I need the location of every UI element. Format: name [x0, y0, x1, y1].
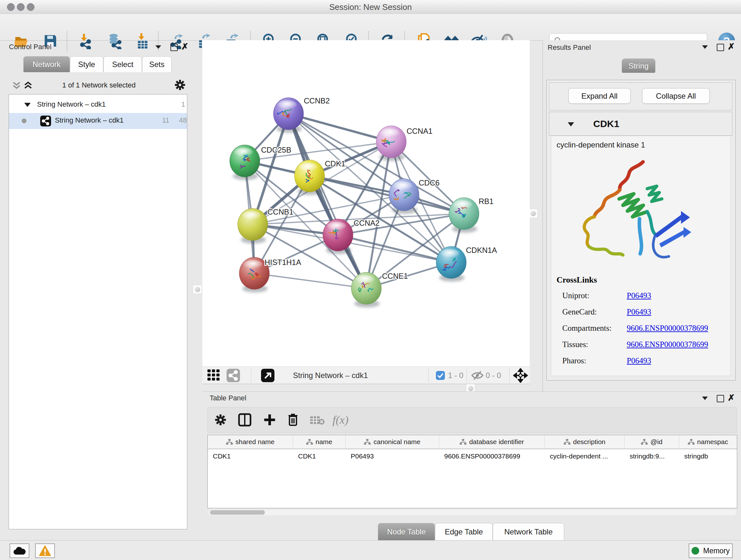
panel-close-icon[interactable]: ✗: [181, 44, 189, 50]
delete-column-trash-icon[interactable]: [286, 413, 299, 427]
warnings-button[interactable]: [35, 543, 55, 558]
graph-node-CDC25B[interactable]: [230, 145, 260, 180]
tab-sets[interactable]: Sets: [142, 56, 172, 72]
tab-network-table[interactable]: Network Table: [493, 523, 564, 540]
node-label-CCNA1: CCNA1: [407, 127, 432, 135]
column-header[interactable]: canonical name: [346, 435, 439, 449]
expand-all-button[interactable]: Expand All: [568, 88, 630, 104]
tab-select[interactable]: Select: [104, 56, 142, 72]
left-splitter-grip[interactable]: [193, 285, 202, 294]
select-columns-icon[interactable]: [238, 413, 252, 427]
collapse-all-icon[interactable]: [11, 80, 22, 91]
network-row[interactable]: String Network – cdk1 11 48: [9, 113, 187, 129]
column-header[interactable]: shared name: [208, 435, 293, 449]
graph-node-RB1[interactable]: [449, 198, 479, 233]
function-builder-icon[interactable]: f(x): [333, 413, 348, 427]
status-bar: [0, 540, 741, 560]
network-canvas[interactable]: CCNB2CCNA1CDC25BCDK1CDC6RB1CCNB1CCNA2CDK…: [202, 40, 530, 367]
tab-edge-table[interactable]: Edge Table: [435, 523, 493, 540]
footer-separator: [428, 368, 428, 382]
table-hscrollbar-thumb[interactable]: [210, 510, 265, 515]
protein-structure-image: [571, 158, 699, 273]
node-label-CCNA2: CCNA2: [354, 219, 380, 227]
graph-node-CDC6[interactable]: [389, 179, 419, 214]
tree-expander-icon[interactable]: [24, 103, 30, 107]
crosslink-uniprot-link[interactable]: P06493: [627, 291, 651, 300]
birds-eye-view-icon[interactable]: [207, 369, 221, 381]
table-hscrollbar[interactable]: [208, 509, 736, 515]
expand-all-icon[interactable]: [23, 80, 33, 91]
network-share-icon[interactable]: [226, 369, 240, 382]
collection-count: 1: [181, 100, 185, 109]
results-panel-title: Results Panel: [548, 44, 591, 52]
crosslink-tissues-link[interactable]: 9606.ENSP00000378699: [627, 340, 708, 349]
tab-network[interactable]: Network: [23, 56, 70, 72]
control-panel-title: Control Panel: [9, 43, 51, 51]
panel-float-icon[interactable]: [171, 44, 178, 51]
graph-node-CDKN1A[interactable]: [436, 246, 466, 282]
fit-content-crosshair-icon[interactable]: [513, 368, 528, 383]
panel-menu-icon[interactable]: [702, 45, 708, 49]
network-view-toolbar: String Network – cdk1 1 - 0 0 - 0: [202, 367, 530, 384]
selected-count: 1 - 0: [448, 367, 463, 384]
crosslink-label: Uniprot:: [562, 291, 590, 300]
right-splitter-grip[interactable]: [529, 209, 538, 218]
column-type-icon: [688, 439, 695, 445]
tab-string[interactable]: String: [622, 58, 656, 73]
section-expander-icon[interactable]: [568, 122, 574, 126]
network-collection-row[interactable]: String Network – cdk1 1: [9, 97, 187, 113]
table-row[interactable]: CDK1 CDK1 P06493 9606.ENSP00000378699 cy…: [208, 449, 737, 463]
tab-node-table[interactable]: Node Table: [378, 523, 435, 540]
panel-float-icon[interactable]: [717, 395, 724, 402]
node-label-CCNB2: CCNB2: [304, 97, 330, 105]
hidden-eye-slash-icon[interactable]: [471, 371, 484, 380]
tab-style[interactable]: Style: [70, 56, 104, 72]
column-type-icon: [226, 439, 233, 445]
crosslink-genecard-link[interactable]: P06493: [627, 307, 651, 316]
column-header[interactable]: @id: [624, 435, 679, 449]
network-status-dot: [22, 118, 26, 123]
column-header[interactable]: database identifier: [439, 435, 545, 449]
memory-label: Memory: [703, 547, 730, 555]
panel-close-icon[interactable]: ✗: [728, 395, 735, 401]
panel-menu-icon[interactable]: [702, 396, 708, 400]
network-label: String Network – cdk1: [55, 116, 124, 125]
open-in-window-icon[interactable]: [261, 369, 274, 382]
delete-table-icon[interactable]: [310, 416, 325, 425]
crosslink-label: Pharos:: [562, 356, 586, 365]
column-header[interactable]: description: [545, 435, 624, 449]
crosslink-compartments-link[interactable]: 9606.ENSP00000378699: [627, 324, 708, 333]
cloud-button[interactable]: [10, 543, 29, 558]
gene-section-header[interactable]: CDK1: [549, 112, 732, 136]
panel-menu-icon[interactable]: [155, 45, 161, 49]
node-label-CDC25B: CDC25B: [261, 145, 291, 154]
memory-button[interactable]: Memory: [689, 543, 733, 558]
graph-node-CCNA1[interactable]: [376, 126, 406, 161]
node-label-HIST1H1A: HIST1H1A: [265, 258, 301, 266]
gene-description: cyclin-dependent kinase 1: [556, 140, 645, 149]
graph-node-CCNA2[interactable]: [323, 219, 353, 254]
table-panel-title: Table Panel: [210, 394, 246, 402]
graph-node-CDK1[interactable]: [294, 160, 325, 195]
edge-count: 48: [179, 116, 187, 125]
collection-label: String Network – cdk1: [37, 100, 106, 109]
column-header[interactable]: namespac: [679, 435, 737, 449]
panel-float-icon[interactable]: [717, 44, 724, 51]
graph-node-CCNB1[interactable]: [238, 208, 268, 244]
table-gear-icon[interactable]: [214, 414, 226, 426]
collapse-all-button[interactable]: Collapse All: [642, 88, 710, 104]
cloud-icon: [13, 546, 26, 555]
crosslink-pharos-link[interactable]: P06493: [627, 356, 651, 365]
window-title: Session: New Session: [0, 0, 741, 14]
footer-separator: [467, 368, 467, 382]
column-header[interactable]: name: [293, 435, 346, 449]
node-table[interactable]: shared name name canonical name database…: [207, 435, 737, 508]
graph-node-CCNE1[interactable]: [351, 272, 381, 307]
add-column-icon[interactable]: [263, 413, 276, 427]
gear-icon[interactable]: [174, 79, 186, 91]
panel-close-icon[interactable]: ✗: [728, 44, 735, 50]
graph-node-CCNB2[interactable]: [273, 98, 304, 133]
selected-checkbox-icon[interactable]: [436, 371, 445, 380]
string-network-graph[interactable]: CCNB2CCNA1CDC25BCDK1CDC6RB1CCNB1CCNA2CDK…: [202, 40, 530, 367]
string-app-icon: [40, 116, 51, 126]
